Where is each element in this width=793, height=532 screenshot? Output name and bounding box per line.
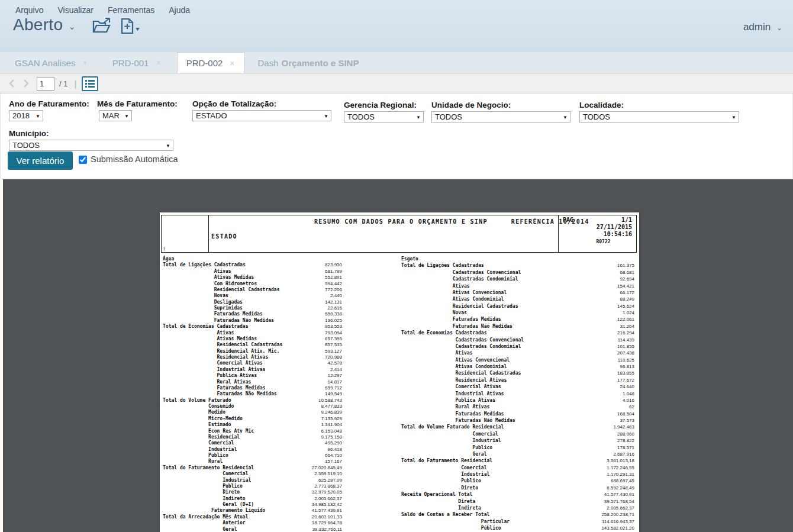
report-row: Geral 39.332.766,11 xyxy=(163,527,342,532)
report-row-label: Suprimidas xyxy=(163,305,243,311)
report-row-label: Total do Volume Faturado xyxy=(163,398,231,403)
report-row-label: Residencial Cadastradas xyxy=(163,342,282,347)
open-folder-icon[interactable] xyxy=(92,18,111,34)
report-row: Industrial 1.170.291,31 xyxy=(401,472,634,478)
report-row: Publico 664.710 xyxy=(163,453,342,459)
report-row-label: Cadastradas Convencional xyxy=(401,270,521,275)
ver-relatorio-button[interactable]: Ver relatório xyxy=(8,151,73,170)
page-number-input[interactable] xyxy=(37,77,54,91)
report-row: Total do Volume Faturado 10.588.743 xyxy=(163,398,342,404)
report-row-value: 688.697,45 xyxy=(611,478,634,483)
report-row-label: Micro-Medido xyxy=(163,416,243,421)
report-code: R0722 xyxy=(563,239,632,244)
opcao-select[interactable]: ESTADO▼ xyxy=(192,110,331,121)
prev-page-icon[interactable] xyxy=(8,79,17,88)
ano-select[interactable]: 2018▼ xyxy=(9,110,43,121)
user-menu[interactable]: admin ⌄ xyxy=(743,21,782,33)
report-row-value: 178.571 xyxy=(617,445,634,450)
report-row-label: Faturamento Liquido xyxy=(163,508,265,513)
report-row-label: Ativas Convencional xyxy=(401,357,510,363)
report-row: Direta 39.571.768,54 xyxy=(401,499,634,505)
report-row-value: 41.577.430,91 xyxy=(604,492,634,497)
municipio-select[interactable]: TODOS▼ xyxy=(9,140,173,151)
auto-submit-label: Submissão Automática xyxy=(91,154,178,164)
report-row-label: Publico xyxy=(163,483,243,489)
report-row: Publico 178.571 xyxy=(401,445,634,452)
report-row-value: 149.549 xyxy=(325,391,342,396)
report-row-value: 664.710 xyxy=(325,453,342,458)
new-report-icon[interactable] xyxy=(121,18,140,34)
report-row-value: 145.624 xyxy=(617,304,634,309)
menu-ajuda[interactable]: Ajuda xyxy=(169,5,190,15)
report-header-center-cell: RESUMO COM DADOS PARA O ORÇAMENTO E SINP… xyxy=(209,215,558,252)
report-row-label: Total do Faturamento Residencial xyxy=(401,458,492,463)
report-row: Econ Res Atv Mic 6.153.048 xyxy=(163,428,342,434)
report-row-label: Cadastradas Condominial xyxy=(401,344,521,349)
next-page-icon[interactable] xyxy=(22,79,31,88)
header-icons xyxy=(92,18,140,34)
report-row-value: 32.979.520,05 xyxy=(312,489,342,495)
report-row-value: 6.592.248,49 xyxy=(607,485,634,491)
report-row-value: 20.603.101,33 xyxy=(312,514,342,520)
localidade-select[interactable]: TODOS▼ xyxy=(579,111,739,122)
report-row: Residencial Ativ. Mic. 593.127 xyxy=(163,349,342,354)
report-row-label: Total de Economias Cadastradas xyxy=(401,330,487,336)
tab-dash-orcamento[interactable]: Dash Orçamento e SINP xyxy=(249,52,368,73)
close-icon[interactable]: × xyxy=(230,59,234,68)
report-viewport[interactable]: : RESUMO COM DADOS PARA O ORÇAMENTO E SI… xyxy=(0,179,793,532)
gerencia-select[interactable]: TODOS▼ xyxy=(344,111,424,122)
report-row-value: 96.418 xyxy=(328,447,342,452)
page-total: / 1 xyxy=(59,79,67,88)
report-row-label: Total de Ligações Cadastradas xyxy=(163,262,246,267)
tab-label: GSAN Analises xyxy=(15,58,76,68)
app-root: Arquivo Visualizar Ferramentas Ajuda Abe… xyxy=(0,0,793,532)
report-row-value: 92.694 xyxy=(620,276,634,282)
open-dropdown[interactable]: Aberto xyxy=(13,15,63,34)
report-row: Residencial Cadastradas 145.624 xyxy=(401,304,634,310)
report-row: Residencial Cadastradas 183.855 xyxy=(401,370,634,377)
report-row-label: Faturadas Medidas xyxy=(163,385,265,391)
gerencia-label: Gerencia Regional: xyxy=(344,101,417,109)
report-row: Publico 2.773.868,37 xyxy=(163,483,342,489)
report-row-label: Particular xyxy=(401,519,510,524)
report-row-label: Novas xyxy=(163,293,228,298)
report-row-label: Industrial Ativas xyxy=(163,367,265,372)
report-row-label: Estimado xyxy=(163,422,231,427)
report-row: Residencial Ativas 720.988 xyxy=(163,354,342,360)
close-icon[interactable]: × xyxy=(83,58,88,67)
report-row-label: Água xyxy=(163,256,174,262)
report-row-label: Ativas xyxy=(401,350,472,356)
tab-gsan-analises[interactable]: GSAN Analises × xyxy=(6,52,96,73)
report-row-value: 552.891 xyxy=(325,275,342,280)
menu-arquivo[interactable]: Arquivo xyxy=(15,5,43,15)
opcao-label: Opção de Totalização: xyxy=(192,99,276,108)
report-row-label: Medido xyxy=(163,410,225,415)
report-row: Indireto 2.005.662,37 xyxy=(163,496,342,502)
report-row: Comercial Ativas 24.640 xyxy=(401,384,634,391)
menu-visualizar[interactable]: Visualizar xyxy=(57,5,93,15)
mes-select[interactable]: MAR▼ xyxy=(99,110,132,121)
menu-ferramentas[interactable]: Ferramentas xyxy=(108,5,154,15)
report-row-value: 101.855 xyxy=(617,344,634,349)
report-row: Residencial 9.175.158 xyxy=(163,434,342,440)
report-row: Esgoto xyxy=(401,256,634,263)
report-row-value: 2.414 xyxy=(330,367,342,372)
filter-panel: Ano de Faturamento: 2018▼ Mês de Faturam… xyxy=(0,93,793,179)
report-row-value: 2.773.868,37 xyxy=(314,483,342,489)
unidade-select[interactable]: TODOS▼ xyxy=(431,111,570,122)
tab-prd-002[interactable]: PRD-002 × xyxy=(177,52,244,73)
report-row-value: 24.640 xyxy=(620,384,634,389)
tab-prd-001[interactable]: PRD-001 × xyxy=(104,52,170,73)
report-row: Faturadas Medidas 122.061 xyxy=(401,317,634,323)
report-row: Publica Ativas 4.016 xyxy=(401,398,634,404)
report-row-value: 278.822 xyxy=(617,438,634,443)
auto-submit-checkbox[interactable] xyxy=(79,156,87,164)
report-row-value: 41.577.430,91 xyxy=(312,508,342,513)
close-icon[interactable]: × xyxy=(156,58,160,67)
table-of-contents-icon[interactable] xyxy=(82,76,98,91)
report-row: Faturadas Medidas 659.712 xyxy=(163,385,342,391)
report-row: Industrial Ativas 1.048 xyxy=(401,391,634,398)
report-row-value: 34.985.182,42 xyxy=(312,502,342,507)
report-header-left-cell: : xyxy=(162,215,209,252)
tab-label: PRD-002 xyxy=(186,58,223,68)
